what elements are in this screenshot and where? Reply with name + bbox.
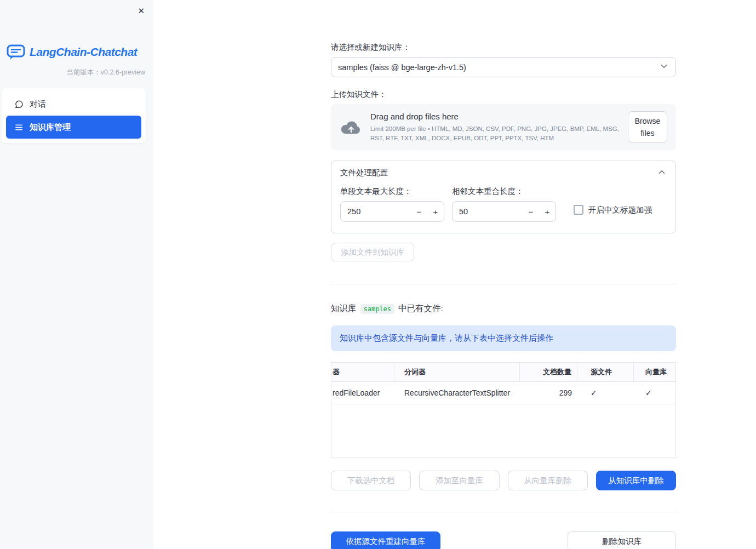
zh-title-enhance-checkbox[interactable] xyxy=(574,205,583,215)
divider xyxy=(331,284,676,284)
add-to-vectorstore-button[interactable]: 添加至向量库 xyxy=(419,471,499,490)
delete-from-vectorstore-button[interactable]: 从向量库删除 xyxy=(508,471,588,490)
browse-files-button[interactable]: Browse files xyxy=(628,111,667,144)
app-logo: LangChain-Chatchat xyxy=(7,44,153,60)
version-text: 当前版本：v0.2.6-preview xyxy=(0,68,153,77)
cell-splitter: RecursiveCharacterTextSplitter xyxy=(394,382,520,404)
overlap-length-value: 50 xyxy=(453,207,523,216)
overlap-length-label: 相邻文本重合长度： xyxy=(452,186,556,197)
chevron-down-icon xyxy=(659,61,669,73)
list-icon xyxy=(14,123,24,132)
download-selected-docs-button[interactable]: 下载选中文档 xyxy=(331,471,411,490)
kb-select-label: 请选择或新建知识库： xyxy=(331,42,676,53)
cell-source-file-check: ✓ xyxy=(577,382,634,404)
chevron-up-icon xyxy=(657,167,667,179)
uploader-limit-text: Limit 200MB per file • HTML, MD, JSON, C… xyxy=(370,124,619,142)
max-length-label: 单段文本最大长度： xyxy=(340,186,444,197)
file-config-expander: 文件处理配置 单段文本最大长度： 250 − + 相邻文本重合长度： xyxy=(331,161,676,233)
nav-item-label: 知识库管理 xyxy=(30,122,71,133)
sidebar-close-icon[interactable]: ✕ xyxy=(135,4,147,17)
existing-files-line: 知识库 samples 中已有文件: xyxy=(331,303,676,314)
max-length-input[interactable]: 250 − + xyxy=(340,201,444,222)
divider xyxy=(331,512,676,512)
kb-name-code: samples xyxy=(360,304,395,314)
cell-loader: redFileLoader xyxy=(331,382,394,404)
uploader-texts: Drag and drop files here Limit 200MB per… xyxy=(370,112,619,142)
max-length-field: 单段文本最大长度： 250 − + xyxy=(340,186,444,222)
kb-selectbox[interactable]: samples (faiss @ bge-large-zh-v1.5) xyxy=(331,57,676,77)
column-header-splitter[interactable]: 分词器 xyxy=(394,363,520,381)
expander-title: 文件处理配置 xyxy=(340,168,388,178)
existing-files-suffix: 中已有文件: xyxy=(398,303,443,314)
existing-files-prefix: 知识库 xyxy=(331,303,357,314)
file-uploader-dropzone[interactable]: Drag and drop files here Limit 200MB per… xyxy=(331,104,676,150)
overlap-length-input[interactable]: 50 − + xyxy=(452,201,556,222)
kb-bottom-actions: 依据源文件重建向量库 删除知识库 xyxy=(331,531,676,549)
file-actions-row: 下载选中文档 添加至向量库 从向量库删除 从知识库中删除 xyxy=(331,471,676,490)
nav-item-label: 对话 xyxy=(30,99,46,110)
zh-title-enhance-field: 开启中文标题加强 xyxy=(564,186,652,222)
chat-bubble-icon xyxy=(14,100,24,109)
add-files-to-kb-button[interactable]: 添加文件到知识库 xyxy=(331,243,414,261)
column-header-source-file[interactable]: 源文件 xyxy=(577,363,634,381)
increment-button[interactable]: + xyxy=(427,202,444,221)
upload-files-label: 上传知识文件： xyxy=(331,89,676,100)
increment-button[interactable]: + xyxy=(539,202,555,221)
delete-kb-button[interactable]: 删除知识库 xyxy=(568,531,676,549)
cell-vectorstore-check: ✓ xyxy=(634,382,675,404)
kb-selectbox-value: samples (faiss @ bge-large-zh-v1.5) xyxy=(338,63,466,72)
zh-title-enhance-label: 开启中文标题加强 xyxy=(588,205,652,215)
cell-doc-count: 299 xyxy=(520,382,577,404)
rebuild-vectorstore-button[interactable]: 依据源文件重建向量库 xyxy=(331,531,440,549)
delete-from-kb-button[interactable]: 从知识库中删除 xyxy=(596,471,676,490)
column-header-doc-count[interactable]: 文档数量 xyxy=(520,363,577,381)
main-content: 请选择或新建知识库： samples (faiss @ bge-large-zh… xyxy=(153,0,756,549)
column-header-vectorstore[interactable]: 向量库 xyxy=(634,363,675,381)
overlap-length-field: 相邻文本重合长度： 50 − + xyxy=(452,186,556,222)
logo-text: LangChain-Chatchat xyxy=(30,45,137,59)
uploader-drag-text: Drag and drop files here xyxy=(370,112,619,121)
expander-header[interactable]: 文件处理配置 xyxy=(331,161,675,184)
decrement-button[interactable]: − xyxy=(523,202,539,221)
info-box: 知识库中包含源文件与向量库，请从下表中选择文件后操作 xyxy=(331,325,676,351)
nav-item-kb-management[interactable]: 知识库管理 xyxy=(6,116,141,139)
files-table: 器 分词器 文档数量 源文件 向量库 redFileLoader Recursi… xyxy=(331,362,676,458)
table-row[interactable]: redFileLoader RecursiveCharacterTextSpli… xyxy=(331,382,675,404)
table-header-row: 器 分词器 文档数量 源文件 向量库 xyxy=(331,363,675,382)
sidebar: ✕ LangChain-Chatchat 当前版本：v0.2.6-preview… xyxy=(0,0,153,549)
column-header-loader[interactable]: 器 xyxy=(331,363,394,381)
langchain-chatchat-logo-icon xyxy=(7,44,25,60)
max-length-value: 250 xyxy=(341,207,411,216)
table-empty-area xyxy=(331,404,675,458)
expander-body: 单段文本最大长度： 250 − + 相邻文本重合长度： 50 − + xyxy=(331,184,675,233)
upload-cloud-icon xyxy=(340,119,362,135)
content-column: 请选择或新建知识库： samples (faiss @ bge-large-zh… xyxy=(331,0,676,549)
nav-card: 对话 知识库管理 xyxy=(2,88,146,143)
nav-item-dialogue[interactable]: 对话 xyxy=(6,93,141,116)
decrement-button[interactable]: − xyxy=(411,202,427,221)
